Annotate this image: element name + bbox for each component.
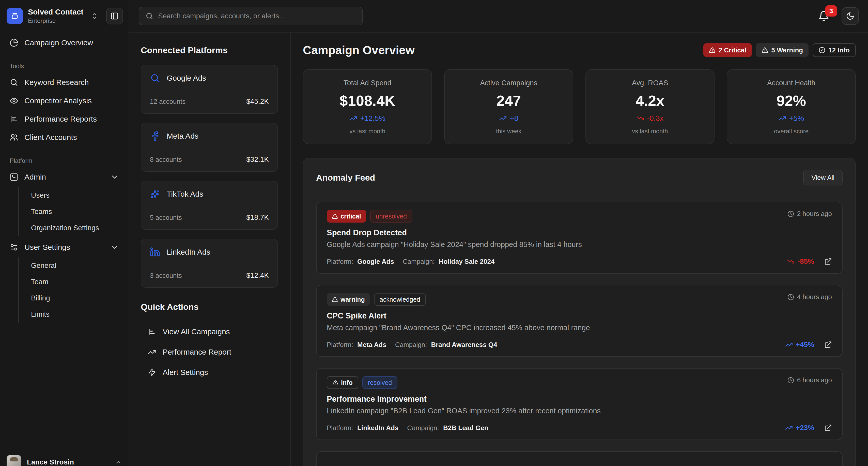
platform-card-tiktok-ads[interactable]: TikTok Ads 5 accounts $18.7K [141,181,278,230]
stat-delta: +12.5% [349,114,385,123]
anomaly-feed-title: Anomaly Feed [316,173,375,183]
platform-value: LinkedIn Ads [357,424,398,432]
sidebar-item-campaign-overview[interactable]: Campaign Overview [4,34,125,52]
sidebar-item-client-accounts[interactable]: Client Accounts [4,128,125,147]
user-menu[interactable]: Lance Strosin [7,455,122,466]
open-alert-button[interactable] [824,258,832,265]
quick-action-view-all-campaigns[interactable]: View All Campaigns [141,322,278,342]
alert-card-spend-drop[interactable]: critical unresolved 2 hours ago [316,202,843,274]
platform-name: Google Ads [167,74,206,82]
sidebar-item-teams[interactable]: Teams [28,203,125,220]
open-alert-button[interactable] [824,341,832,348]
triangle-alert-icon [332,380,338,386]
stat-label: Active Campaigns [480,79,537,87]
stat-label: Account Health [767,79,815,87]
sparkles-icon [150,189,160,199]
sidebar-subitem-label: Limits [31,310,50,318]
sidebar-group-admin[interactable]: Admin [4,168,125,186]
app-logo [7,8,23,24]
topbar-actions: 3 [818,7,859,25]
sidebar-toggle-button[interactable] [106,8,123,24]
sidebar-item-billing[interactable]: Billing [28,290,125,306]
terminal-icon [10,173,18,181]
sidebar-nav: Campaign Overview Tools Keyword Research… [0,26,129,325]
app-plan: Enterprise [28,17,83,24]
alert-card-cpc-spike[interactable]: warning acknowledged 4 hours ago [316,285,843,357]
sidebar-section-platform: Platform [4,157,125,164]
connected-platforms-title: Connected Platforms [141,45,278,55]
campaign-label: Campaign: [403,258,435,266]
platform-card-linkedin-ads[interactable]: LinkedIn Ads 3 accounts $12.4K [141,239,278,288]
badge-label: 5 Warning [771,46,803,54]
alert-card-partial[interactable] [316,451,843,466]
sidebar-item-general[interactable]: General [28,257,125,274]
sidebar-item-keyword-research[interactable]: Keyword Research [4,73,125,92]
chevron-up-icon [115,459,122,466]
notifications-button[interactable]: 3 [818,10,830,22]
triangle-alert-icon [332,296,338,302]
severity-label: critical [340,213,361,220]
platform-spend: $45.2K [246,97,269,106]
stat-delta: -0.3x [637,114,663,123]
change-value: +23% [796,424,814,432]
stat-value: 92% [777,92,806,109]
stat-card-account-health: Account Health 92% +5% overall score [727,69,856,144]
alert-meta: Platform: LinkedIn Ads Campaign: B2B Lea… [327,424,497,432]
quick-action-label: Alert Settings [163,368,208,377]
trending-up-icon [785,424,793,432]
sidebar-item-users[interactable]: Users [28,187,125,203]
alert-meta: Platform: Google Ads Campaign: Holiday S… [327,258,503,266]
view-all-button[interactable]: View All [803,170,843,185]
quick-action-label: View All Campaigns [163,327,230,336]
platform-card-google-ads[interactable]: Google Ads 12 accounts $45.2K [141,65,278,114]
platform-accounts: 12 accounts [150,98,185,106]
quick-action-alert-settings[interactable]: Alert Settings [141,362,278,383]
severity-label: info [341,379,353,386]
sidebar-subitem-label: Users [31,191,50,199]
triangle-alert-icon [762,47,768,53]
external-link-icon [824,424,832,432]
theme-toggle-button[interactable] [842,7,859,25]
alert-card-performance-improvement[interactable]: info resolved 6 hours ago Pe [316,368,843,440]
trending-up-icon [779,114,786,122]
status-label: unresolved [376,213,407,220]
user-name: Lance Strosin [27,458,74,466]
sidebar-section-tools: Tools [4,63,125,70]
moon-icon [846,12,855,20]
sidebar-item-performance-reports[interactable]: Performance Reports [4,110,125,128]
platform-value: Google Ads [357,258,394,266]
sidebar-item-label: Campaign Overview [24,38,93,47]
stat-note: vs last month [349,128,385,135]
sidebar-group-label: Admin [24,173,46,181]
platform-label: Platform: [327,258,353,266]
workspace-switcher[interactable]: Solved Contact Enterprise [7,8,104,24]
main-panel: Campaign Overview 2 Critical 5 Warning [291,33,868,466]
notification-count-badge: 3 [825,5,837,17]
campaign-value: Holiday Sale 2024 [439,258,495,266]
external-link-icon [824,258,832,265]
alert-time-label: 6 hours ago [797,376,832,384]
sidebar-subitem-label: Organization Settings [31,224,99,232]
stat-card-avg-roas: Avg. ROAS 4.2x -0.3x vs last month [585,69,715,144]
open-alert-button[interactable] [824,424,832,432]
quick-action-performance-report[interactable]: Performance Report [141,342,278,362]
badge-label: 12 Info [828,46,850,54]
change-indicator: -85% [787,257,814,266]
triangle-alert-icon [709,47,716,53]
sidebar-group-user-settings[interactable]: User Settings [4,238,125,256]
status-label: resolved [368,379,392,386]
clock-icon [787,294,794,300]
sidebar-item-organization-settings[interactable]: Organization Settings [28,220,125,236]
sidebar-item-limits[interactable]: Limits [28,306,125,323]
search-input[interactable] [139,7,363,25]
stat-delta-value: +8 [510,114,518,123]
external-link-icon [824,341,832,348]
platform-label: Platform: [327,341,353,349]
platform-card-meta-ads[interactable]: Meta Ads 8 accounts $32.1K [141,123,278,172]
status-badge: acknowledged [374,293,426,306]
sidebar-item-competitor-analysis[interactable]: Competitor Analysis [4,92,125,110]
trending-down-icon [637,114,644,122]
bar-chart-icon [148,328,156,336]
sidebar-item-team[interactable]: Team [28,274,125,290]
linkedin-icon [150,247,160,257]
